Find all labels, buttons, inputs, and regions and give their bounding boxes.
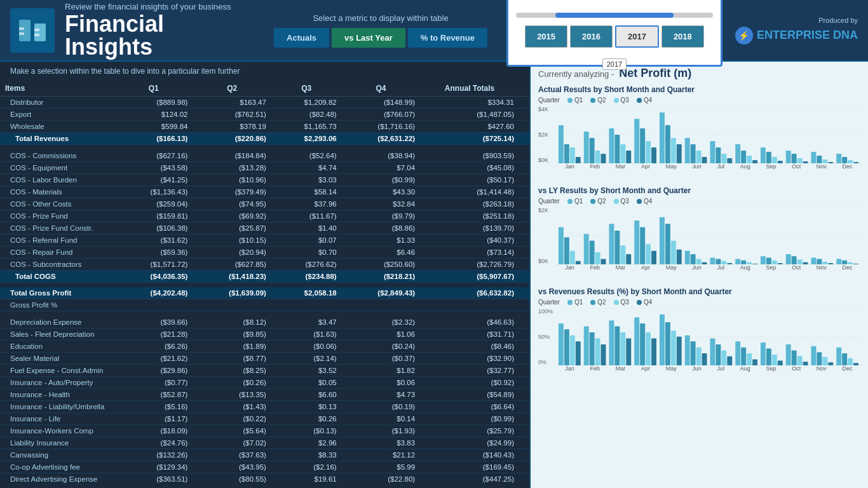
chart2-legend-q3: Q3 <box>614 198 629 205</box>
table-row-subtotal[interactable]: Total Revenues($166.13)($220.86)$2,293.0… <box>0 133 529 145</box>
x-label: Feb <box>590 365 600 372</box>
x-label: Dec <box>843 264 853 271</box>
svg-rect-84 <box>710 257 715 264</box>
year-2017-button[interactable]: 2017 <box>615 25 659 48</box>
svg-rect-155 <box>836 348 841 365</box>
chart3-legend-q4: Q4 <box>637 299 652 306</box>
x-label: Apr <box>641 264 650 271</box>
chart2-section: vs LY Results by Short Month and Quarter… <box>538 186 860 277</box>
table-row[interactable]: Insurance-Workers Comp($18.09)($5.64)($0… <box>0 424 529 437</box>
svg-rect-117 <box>595 339 600 366</box>
chart1-q3-dot <box>614 98 619 103</box>
chart2-q4-dot <box>637 199 642 204</box>
table-row-total[interactable]: Total Gross Profit($4,202.48)($1,639.09)… <box>0 287 529 299</box>
svg-rect-32 <box>702 157 707 163</box>
table-panel: Make a selection within the table to div… <box>0 62 531 488</box>
pct-to-revenue-button[interactable]: % to Revenue <box>408 28 487 48</box>
table-row[interactable]: COS - Other Costs($259.04)($74.95)$37.96… <box>0 198 529 210</box>
svg-rect-54 <box>842 157 847 163</box>
svg-rect-25 <box>660 112 665 163</box>
table-row[interactable]: COS - Referral Fund($31.62)($10.15)$0.07… <box>0 234 529 246</box>
table-row[interactable]: Liability Insurance($24.76)($7.02)$2.96$… <box>0 437 529 449</box>
table-row[interactable]: Sealer Material($21.62)($8.77)($2.14)($0… <box>0 352 529 364</box>
table-row[interactable]: COS - Commissions($627.16)($184.84)($52.… <box>0 150 529 162</box>
table-row[interactable]: COS - Subcontractors($1,571.72)($627.85)… <box>0 258 529 270</box>
x-label: Mar <box>616 264 626 271</box>
table-scroll-area[interactable]: Items Q1 Q2 Q3 Q4 Annual Totals Distribu… <box>0 81 529 484</box>
table-row[interactable]: COS - Prize Fund($159.81)($69.92)($11.67… <box>0 210 529 222</box>
svg-rect-124 <box>640 323 645 365</box>
table-row[interactable]: Insurance - Liability/Umbrella($5.16)($1… <box>0 400 529 412</box>
vs-last-year-button[interactable]: vs Last Year <box>332 28 405 48</box>
chart3-legend-q1: Q1 <box>567 299 583 306</box>
svg-rect-82 <box>696 259 702 265</box>
year-scroll-bar[interactable] <box>516 13 713 18</box>
chart1-q2-dot <box>590 98 595 103</box>
chart2-q3-dot <box>614 199 619 204</box>
chart3-quarter-label: Quarter <box>538 299 560 306</box>
svg-rect-113 <box>570 336 575 365</box>
table-row[interactable]: Wholesale$599.84$378.19$1,165.73($1,716.… <box>0 121 529 133</box>
table-row[interactable]: Insurance - Health($52.87)($13.35)$6.60$… <box>0 388 529 400</box>
table-row[interactable]: Depreciation Expense($39.66)($8.12)$3.47… <box>0 316 529 329</box>
table-row[interactable]: Export$124.02($762.51)($82.48)($766.07)(… <box>0 109 529 121</box>
svg-rect-81 <box>691 254 696 264</box>
svg-rect-77 <box>665 224 670 264</box>
svg-rect-152 <box>817 352 822 365</box>
svg-rect-10 <box>564 144 569 163</box>
chart1-legend-q1: Q1 <box>567 97 583 104</box>
svg-rect-112 <box>564 329 569 365</box>
table-row[interactable]: Direct Advertising Expense($363.51)($80.… <box>0 473 529 484</box>
svg-rect-14 <box>590 138 595 163</box>
table-row[interactable]: Gross Profit % <box>0 299 529 311</box>
table-row[interactable]: COS - Labor Burden($41.25)($10.96)$3.03(… <box>0 173 529 186</box>
x-label: Sep <box>766 163 776 170</box>
enterprise-dna-branding: Produced by ⚡ ENTERPRISE DNA <box>735 17 858 44</box>
table-row[interactable]: Education($6.26)($1.89)($0.06)($0.24)($8… <box>0 340 529 352</box>
year-selector: 2015 2016 2017 2018 2017 <box>506 0 722 67</box>
x-label: Nov <box>817 264 827 271</box>
year-2016-button[interactable]: 2016 <box>570 25 613 48</box>
table-row[interactable]: Co-op Advertising fee($129.34)($43.95)($… <box>0 461 529 473</box>
chart3-y-50: 50% <box>538 334 556 340</box>
table-row[interactable]: COS - Repair Fund($59.36)($20.94)$0.70$6… <box>0 246 529 258</box>
x-label: Feb <box>590 163 600 170</box>
svg-rect-50 <box>817 156 822 163</box>
x-label: Oct <box>792 365 801 372</box>
svg-rect-115 <box>584 327 589 365</box>
table-row[interactable]: Insurance - Auto/Property($0.77)($0.26)$… <box>0 376 529 388</box>
chart3-q2-dot <box>590 300 595 305</box>
svg-rect-139 <box>735 341 740 365</box>
table-row[interactable]: Insurance - Life($1.17)($0.22)$0.26$0.14… <box>0 412 529 424</box>
svg-rect-97 <box>792 256 797 264</box>
svg-rect-43 <box>772 157 777 163</box>
table-row[interactable]: Fuel Expense - Const.Admin($29.86)($8.25… <box>0 364 529 376</box>
svg-rect-53 <box>836 154 841 163</box>
actuals-button[interactable]: Actuals <box>274 28 329 48</box>
svg-rect-149 <box>797 356 803 365</box>
year-2015-button[interactable]: 2015 <box>525 25 567 48</box>
svg-rect-114 <box>576 341 581 365</box>
svg-rect-1 <box>34 24 46 41</box>
svg-rect-140 <box>741 348 746 365</box>
table-row[interactable]: COS - Prize Fund Constr.($106.38)($25.87… <box>0 222 529 234</box>
x-label: Jul <box>717 264 725 271</box>
svg-rect-123 <box>634 317 639 365</box>
table-row[interactable]: Canvassing($132.26)($37.63)$8.33$21.12($… <box>0 449 529 461</box>
svg-rect-127 <box>660 315 665 365</box>
svg-rect-11 <box>570 147 575 163</box>
svg-rect-153 <box>822 357 827 365</box>
svg-rect-131 <box>685 336 690 365</box>
svg-rect-0 <box>19 20 31 41</box>
year-2018-button[interactable]: 2018 <box>661 25 704 48</box>
svg-rect-20 <box>626 151 631 163</box>
table-row[interactable]: COS - Equipment($43.58)($13.28)$4.74$7.0… <box>0 161 529 173</box>
table-row[interactable]: COS - Materials($1,136.43)($379.49)$58.1… <box>0 186 529 198</box>
svg-rect-157 <box>848 358 853 365</box>
metric-buttons: Actuals vs Last Year % to Revenue <box>274 28 487 48</box>
svg-rect-33 <box>710 141 715 163</box>
table-row-subtotal[interactable]: Total COGS($4,036.35)($1,418.23)($234.88… <box>0 270 529 282</box>
table-row[interactable]: Distributor($889.98)$163.47$1,209.82($14… <box>0 97 529 109</box>
svg-rect-29 <box>685 138 690 163</box>
table-row[interactable]: Sales - Fleet Depreciation($21.28)($9.85… <box>0 328 529 340</box>
